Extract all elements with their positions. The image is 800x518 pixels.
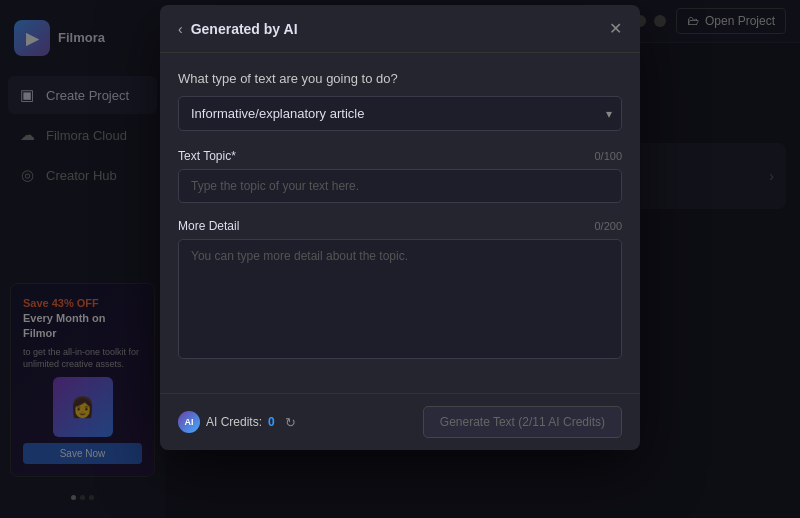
modal-header: ‹ Generated by AI ✕: [160, 5, 640, 53]
modal-title: Generated by AI: [191, 21, 298, 37]
modal-question: What type of text are you going to do?: [178, 71, 622, 86]
text-topic-counter: 0/100: [594, 150, 622, 162]
text-topic-group: Text Topic* 0/100: [178, 149, 622, 203]
ai-icon: AI: [178, 411, 200, 433]
more-detail-label: More Detail: [178, 219, 239, 233]
modal-close-button[interactable]: ✕: [609, 19, 622, 38]
more-detail-counter: 0/200: [594, 220, 622, 232]
ai-credits-value: 0: [268, 415, 275, 429]
more-detail-textarea[interactable]: [178, 239, 622, 359]
generate-text-button[interactable]: Generate Text (2/11 AI Credits): [423, 406, 622, 438]
text-topic-label-row: Text Topic* 0/100: [178, 149, 622, 163]
ai-modal: ‹ Generated by AI ✕ What type of text ar…: [160, 5, 640, 450]
credits-refresh-icon[interactable]: ↻: [285, 415, 296, 430]
more-detail-label-row: More Detail 0/200: [178, 219, 622, 233]
modal-body: What type of text are you going to do? I…: [160, 53, 640, 393]
more-detail-group: More Detail 0/200: [178, 219, 622, 359]
dropdown-value: Informative/explanatory article: [191, 106, 364, 121]
modal-header-left: ‹ Generated by AI: [178, 21, 298, 37]
text-topic-input[interactable]: [178, 169, 622, 203]
text-topic-label: Text Topic*: [178, 149, 236, 163]
text-type-dropdown[interactable]: Informative/explanatory article: [178, 96, 622, 131]
ai-credits-label: AI Credits:: [206, 415, 262, 429]
ai-credits-area: AI AI Credits: 0 ↻: [178, 411, 296, 433]
modal-back-button[interactable]: ‹: [178, 21, 183, 37]
text-type-dropdown-wrapper: Informative/explanatory article ▾: [178, 96, 622, 131]
modal-overlay: ‹ Generated by AI ✕ What type of text ar…: [0, 0, 800, 518]
modal-footer: AI AI Credits: 0 ↻ Generate Text (2/11 A…: [160, 393, 640, 450]
